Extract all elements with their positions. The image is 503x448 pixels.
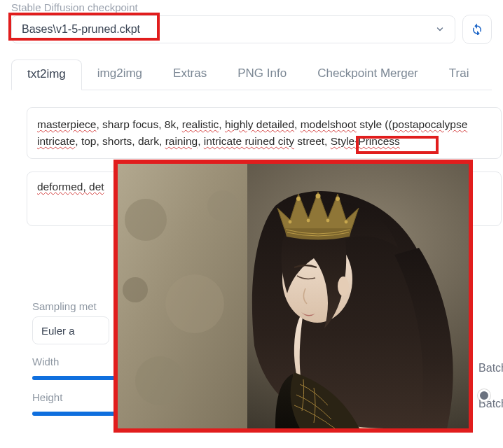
svg-point-10 xyxy=(316,194,321,199)
tab-checkpoint-merger[interactable]: Checkpoint Merger xyxy=(302,59,434,90)
tab-img2img[interactable]: img2img xyxy=(82,59,158,90)
checkpoint-value: Bases\v1-5-pruned.ckpt xyxy=(22,23,140,36)
chevron-down-icon xyxy=(435,24,445,34)
tab-train[interactable]: Trai xyxy=(434,59,485,90)
svg-point-14 xyxy=(326,219,330,223)
checkpoint-dropdown[interactable]: Bases\v1-5-pruned.ckpt xyxy=(11,15,455,43)
tab-pnginfo[interactable]: PNG Info xyxy=(222,59,302,90)
generated-image xyxy=(113,160,473,433)
sampling-method-select[interactable]: Euler a xyxy=(32,316,109,344)
svg-point-15 xyxy=(345,220,348,224)
refresh-button[interactable] xyxy=(462,15,492,44)
svg-point-8 xyxy=(338,276,349,296)
svg-point-3 xyxy=(165,274,224,333)
svg-point-2 xyxy=(125,199,167,241)
svg-point-11 xyxy=(336,197,340,201)
style-princess-text: Style-Princess xyxy=(331,135,400,147)
prompt-input[interactable]: masterpiece, sharp focus, 8k, realistic,… xyxy=(27,107,502,159)
svg-point-4 xyxy=(135,356,184,405)
batch-label-1: Batch xyxy=(478,362,503,374)
svg-point-13 xyxy=(307,219,310,223)
checkpoint-label: Stable Diffusion checkpoint xyxy=(11,0,492,13)
batch-slider-thumb[interactable] xyxy=(478,389,490,402)
tab-extras[interactable]: Extras xyxy=(158,59,222,90)
refresh-icon xyxy=(471,22,483,37)
svg-point-9 xyxy=(296,197,301,201)
tab-txt2img[interactable]: txt2img xyxy=(11,59,82,90)
svg-point-12 xyxy=(289,220,292,224)
svg-point-5 xyxy=(207,190,238,221)
svg-point-6 xyxy=(123,277,148,302)
main-tabs: txt2img img2img Extras PNG Info Checkpoi… xyxy=(11,59,492,90)
